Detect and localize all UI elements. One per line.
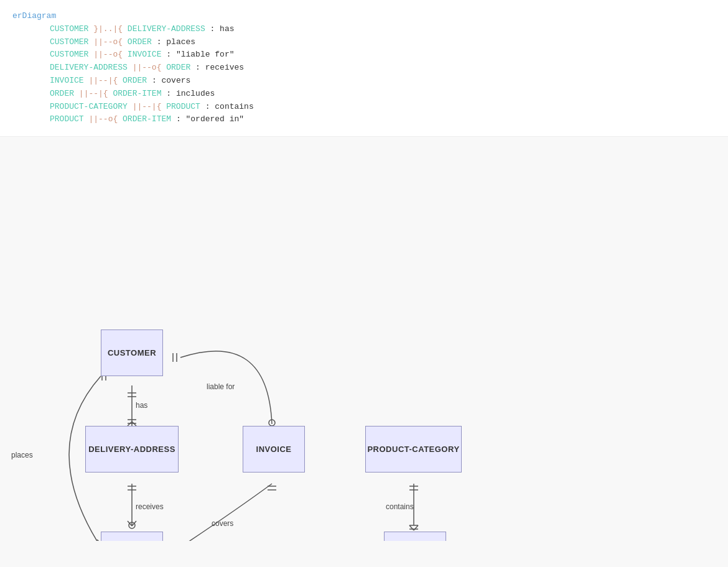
svg-line-19 [128,521,132,526]
entity-customer: CUSTOMER [101,330,163,376]
svg-line-3 [128,422,132,426]
code-line-1: CUSTOMER }|..|{ DELIVERY-ADDRESS : has [50,23,716,36]
entity-product: PRODUCT [384,532,446,541]
code-line-8: PRODUCT ||--o{ ORDER-ITEM : "ordered in" [50,113,716,126]
code-title: erDiagram [12,10,716,23]
entity-delivery-address: DELIVERY-ADDRESS [85,426,179,472]
code-line-4: DELIVERY-ADDRESS ||--o{ ORDER : receives [50,62,716,75]
svg-point-9 [269,420,275,426]
label-covers: covers [212,519,233,528]
code-line-7: PRODUCT-CATEGORY ||--|{ PRODUCT : contai… [50,101,716,114]
code-line-5: INVOICE ||--|{ ORDER : covers [50,75,716,88]
svg-line-38 [414,525,418,530]
label-contains: contains [386,502,414,511]
svg-line-37 [409,525,414,530]
svg-line-4 [132,422,136,426]
entity-product-category: PRODUCT-CATEGORY [365,426,462,472]
code-line-2: CUSTOMER ||--o{ ORDER : places [50,36,716,49]
label-liable-for: liable for [207,382,235,391]
code-line-6: ORDER ||--|{ ORDER-ITEM : includes [50,88,716,101]
entity-invoice: INVOICE [243,426,305,472]
code-line-3: CUSTOMER ||--o{ INVOICE : "liable for" [50,48,716,62]
entity-order: ORDER [101,532,163,541]
svg-point-18 [129,522,135,528]
label-places: places [11,451,33,459]
label-receives: receives [136,502,164,511]
label-has: has [136,401,147,410]
svg-line-20 [132,521,136,526]
er-diagram: CUSTOMER DELIVERY-ADDRESS INVOICE PRODUC… [0,137,728,541]
code-block: erDiagram CUSTOMER }|..|{ DELIVERY-ADDRE… [0,0,728,137]
